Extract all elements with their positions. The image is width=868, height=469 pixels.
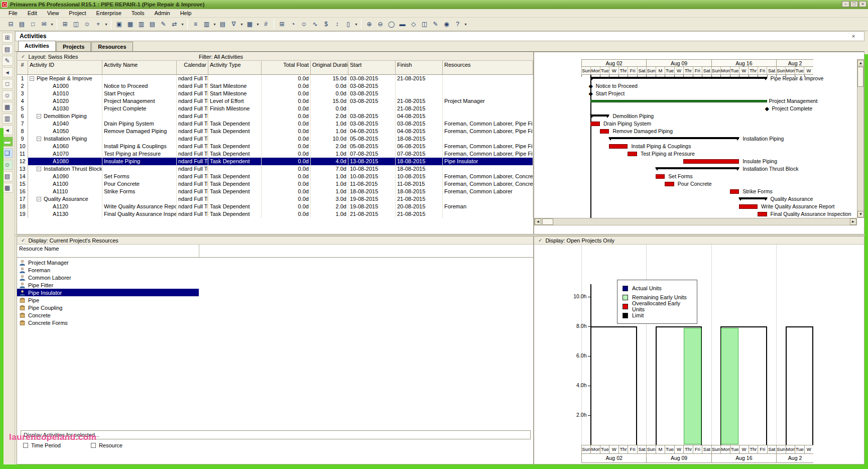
gantt-task-bar[interactable] [665,182,674,186]
column-header-activity-name[interactable]: Activity Name [102,61,177,74]
minimize-button[interactable]: − [842,1,849,7]
details-icon[interactable]: ▯ [343,19,353,30]
menu-enterprise[interactable]: Enterprise [92,10,126,17]
calendar-icon[interactable]: ▦ [125,19,136,30]
print-menu-arrow[interactable]: ▾ [50,19,54,30]
view-menu-arrow[interactable]: ▾ [354,19,358,30]
resource-row[interactable]: Pipe Coupling [17,304,533,311]
scroll-up-icon[interactable]: ▲ [857,60,864,66]
print-icon[interactable]: ⊟ [6,19,16,30]
gantt-milestone-diamond[interactable]: ◆ [765,105,769,112]
zoom-in-icon[interactable]: ⊕ [364,19,375,30]
gantt-task-bar[interactable] [590,122,599,126]
gantt-task-bar[interactable] [758,212,767,216]
diamond-view-icon[interactable]: ◇ [408,19,419,30]
help-menu-arrow[interactable]: ▾ [463,19,468,30]
table-row[interactable]: 10A1060Install Piping & Couplingsndard F… [17,143,533,150]
resource-row[interactable]: Foreman [17,266,533,274]
display-activities-box[interactable]: Display Activities for selected... [21,430,531,439]
table-font-icon[interactable]: ▤ [217,19,228,30]
collapse-toggle-icon[interactable]: − [37,137,41,141]
table-row[interactable]: 18A1120Write Quality Assurance Reportnda… [17,203,533,210]
close-button[interactable]: × [859,1,866,7]
column-header-original-duration[interactable]: Original Duration [311,61,348,74]
hscroll-thumb[interactable] [542,218,553,225]
resource-row[interactable]: Project Manager [17,259,533,266]
collapse-toggle-icon[interactable]: − [30,76,34,81]
resource-row[interactable]: Pipe [17,296,533,304]
gantt-milestone-diamond[interactable]: ◆ [588,82,592,90]
gantt-loe-bar[interactable] [590,100,767,102]
resources-display-bar[interactable]: ✓ Display: Current Project's Resources [17,237,533,245]
collapse-rail-icon[interactable]: ◂ [2,67,13,77]
column-header--[interactable]: # [17,61,28,74]
gantt-task-bar[interactable] [628,152,637,156]
table-row[interactable]: 5A1030Project Completendard Full TimeFin… [17,105,533,112]
spreadsheet-icon[interactable]: ⊞ [277,19,287,30]
table-row[interactable]: 14A1090Set Formsndard Full TimeTask Depe… [17,173,533,180]
resource-name-column-header[interactable]: Resource Name [17,245,533,258]
column-header-finish[interactable]: Finish [396,61,443,74]
profile-display-bar[interactable]: ✓ Display: Open Projects Only [534,237,864,245]
schedule-icon[interactable]: ✎ [158,19,169,30]
bars-icon[interactable]: ≡ [190,19,201,30]
zoom-out-icon[interactable]: ⊖ [375,19,386,30]
progress-line-icon[interactable]: $ [321,19,331,30]
scroll-left-icon[interactable]: ◄ [535,218,541,225]
trace-logic-icon[interactable]: ▤ [147,19,158,30]
resource-row[interactable]: Concrete [17,311,533,319]
vertical-split-icon[interactable]: ◫ [419,19,430,30]
table-row[interactable]: 8A1050Remove Damaged Pipingndard Full Ti… [17,128,533,135]
layout-options-bar[interactable]: ✓ Layout: Swiss Rides Filter: All Activi… [17,53,533,61]
filter-icon[interactable]: ∇ [228,19,239,30]
table-row[interactable]: 3A1010Start Projectndard Full TimeStart … [17,90,533,97]
table-row[interactable]: 12A1080Insulate Pipingndard Full TimeTas… [17,158,533,165]
gantt-task-bar[interactable] [730,189,739,194]
group-sort-icon[interactable]: ▦ [244,19,255,30]
tab-activities[interactable]: Activities [18,41,56,51]
collapse-toggle-icon[interactable]: − [37,197,41,201]
line-numbers-icon[interactable]: # [261,19,271,30]
reports-view-icon[interactable]: ▦ [2,102,13,112]
table-row[interactable]: 17−Quality Assurancendard Full Time0.0d3… [17,195,533,203]
resources-view-icon[interactable]: ☺ [2,90,13,100]
menu-edit[interactable]: Edit [23,10,42,17]
table-row[interactable]: 1−Pipe Repair & Improvendard Full Time0.… [17,75,533,82]
gantt-task-bar[interactable] [683,159,739,164]
vscroll-thumb[interactable] [857,67,863,87]
assign-icon[interactable]: ↕ [332,19,342,30]
table-row[interactable]: 7A1040Drain Piping Systemndard Full Time… [17,120,533,128]
checkbox-resource[interactable]: Resource [91,442,122,448]
column-header-calendar[interactable]: Calendar [177,61,208,74]
gantt-summary-bar[interactable] [739,197,767,199]
table-row[interactable]: 9−Installation Pipingndard Full Time0.0d… [17,135,533,143]
filter-arrow[interactable]: ▾ [239,19,244,30]
table-row[interactable]: 4A1020Project Managementndard Full TimeL… [17,97,533,105]
close-view-icon[interactable]: × [850,33,857,40]
collapse-toggle-icon[interactable]: − [37,114,41,119]
gantt-milestone-diamond[interactable]: ◆ [588,90,592,97]
resource-row[interactable]: Concrete Forms [17,319,533,326]
table-row[interactable]: 13−Installation Thrust Blockndard Full T… [17,165,533,173]
projects-view-icon[interactable]: □ [2,79,13,89]
gantt-summary-bar[interactable] [590,77,767,79]
group-arrow[interactable]: ▾ [256,19,260,30]
menu-admin[interactable]: Admin [150,10,174,17]
relationships-icon[interactable]: ∿ [310,19,320,30]
column-header-start[interactable]: Start [348,61,396,74]
resources-icon[interactable]: ☺ [299,19,309,30]
new-project-icon[interactable]: ⊞ [2,33,13,43]
comment-icon[interactable]: ✎ [430,19,441,30]
menu-file[interactable]: File [4,10,22,17]
table-row[interactable]: 16A1110Strike Formsndard Full TimeTask D… [17,188,533,195]
zoom-fit-icon[interactable]: ◯ [386,19,397,30]
tab-projects[interactable]: Projects [56,42,91,51]
layout-menu-arrow[interactable]: ▾ [104,19,108,30]
column-header-resources[interactable]: Resources [443,61,533,74]
columns-arrow[interactable]: ▾ [212,19,217,30]
scroll-down-icon[interactable]: ▼ [857,211,864,217]
gantt-task-bar[interactable] [600,129,609,134]
columns-icon[interactable]: ▥ [201,19,212,30]
tools-menu-arrow[interactable]: ▾ [180,19,185,30]
table-row[interactable]: 2A1000Notice to Proceedndard Full TimeSt… [17,82,533,90]
